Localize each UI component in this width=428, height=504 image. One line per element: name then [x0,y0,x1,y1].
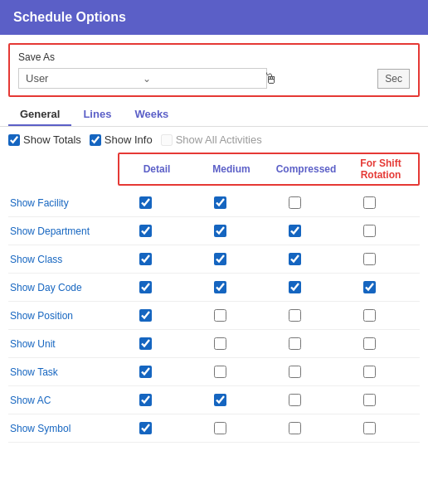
save-as-dropdown[interactable]: User ⌄ 🖱 [18,68,267,89]
checkbox-row8-col3[interactable] [363,422,376,434]
row-cells [108,196,420,209]
table-row: Show Department [8,217,420,245]
checkbox-row7-col3[interactable] [363,394,376,406]
checkbox-row4-col1[interactable] [214,309,226,322]
checkbox-row2-col0[interactable] [139,253,152,265]
table-cell [257,253,332,265]
checkbox-row6-col0[interactable] [139,366,152,378]
table-cell [182,196,257,209]
row-label: Show Task [8,366,108,378]
checkbox-row8-col0[interactable] [139,422,152,434]
checkbox-row8-col1[interactable] [214,422,226,434]
show-totals-checkbox-label[interactable]: Show Totals [8,133,81,146]
checkbox-row0-col3[interactable] [363,196,376,209]
checkbox-row5-col3[interactable] [363,337,376,350]
checkbox-row5-col1[interactable] [214,337,226,350]
checkbox-row1-col3[interactable] [363,225,376,237]
table-row: Show AC [8,386,420,414]
table-cell [332,281,406,293]
row-label: Show Day Code [8,282,108,293]
show-info-checkbox-label[interactable]: Show Info [90,133,153,146]
save-as-value: User [26,72,143,85]
show-options-row: Show Totals Show Info Show All Activitie… [0,127,428,153]
checkbox-row4-col0[interactable] [139,309,152,322]
checkbox-row2-col2[interactable] [289,253,301,265]
checkbox-row7-col1[interactable] [214,394,226,406]
show-totals-label: Show Totals [23,133,81,146]
table-cell [182,225,257,237]
sec-button[interactable]: Sec [377,69,410,89]
table-row: Show Facility [8,189,420,217]
show-info-checkbox[interactable] [90,134,101,146]
row-label: Show Symbol [8,423,108,434]
table-cell [257,196,332,209]
row-label: Show Unit [8,338,108,350]
table-row: Show Day Code [8,274,420,302]
checkbox-row2-col1[interactable] [214,253,226,265]
checkbox-row4-col2[interactable] [289,309,301,322]
checkbox-row5-col2[interactable] [289,337,301,350]
col-header-compressed: Compressed [269,160,343,178]
table-cell [332,366,406,378]
checkbox-row0-col1[interactable] [214,196,226,209]
checkbox-row0-col2[interactable] [289,196,301,209]
checkbox-row3-col2[interactable] [289,281,301,293]
table-cell [257,309,332,322]
table-cell [182,253,257,265]
row-cells [108,422,420,434]
checkbox-row6-col3[interactable] [363,366,376,378]
save-as-label: Save As [18,51,410,63]
table-cell [257,422,332,434]
table-cell [332,225,406,237]
checkbox-row2-col3[interactable] [363,253,376,265]
checkbox-row1-col1[interactable] [214,225,226,237]
row-label: Show Class [8,254,108,265]
row-cells [108,394,420,406]
tab-general[interactable]: General [8,104,71,126]
table-cell [332,422,406,434]
table-cell [182,394,257,406]
table-cell [182,281,257,293]
checkbox-row8-col2[interactable] [289,422,301,434]
checkbox-row6-col2[interactable] [289,366,301,378]
show-totals-checkbox[interactable] [8,134,20,146]
tab-weeks[interactable]: Weeks [123,104,180,126]
table-cell [182,366,257,378]
checkbox-row0-col0[interactable] [139,196,152,209]
table-cell [108,394,182,406]
checkbox-row3-col3[interactable] [363,281,376,293]
checkbox-row3-col0[interactable] [139,281,152,293]
checkbox-row4-col3[interactable] [363,309,376,322]
row-cells [108,337,420,350]
table-cell [257,394,332,406]
checkbox-row6-col1[interactable] [214,366,226,378]
row-label: Show Position [8,310,108,322]
table-cell [332,196,406,209]
checkbox-row7-col0[interactable] [139,394,152,406]
table-row: Show Position [8,302,420,330]
table-cell [108,366,182,378]
header-title: Schedule Options [13,10,126,24]
table-row: Show Task [8,358,420,386]
row-label: Show AC [8,395,108,406]
table-cell [108,337,182,350]
table-cell [257,337,332,350]
table-cell [108,309,182,322]
table-cell [108,281,182,293]
checkbox-row1-col2[interactable] [289,225,301,237]
chevron-down-icon: ⌄ [143,73,260,85]
checkbox-row7-col2[interactable] [289,394,301,406]
show-all-activities-checkbox-label[interactable]: Show All Activities [161,133,262,146]
row-cells [108,309,420,322]
col-header-medium: Medium [194,160,269,178]
table-cell [182,309,257,322]
tab-lines[interactable]: Lines [71,104,123,126]
checkbox-row3-col1[interactable] [214,281,226,293]
checkbox-row5-col0[interactable] [139,337,152,350]
save-as-section: Save As User ⌄ 🖱 Sec [8,43,420,97]
table-cell [332,337,406,350]
table-row: Show Symbol [8,414,420,443]
cursor-icon: 🖱 [264,70,279,88]
checkbox-row1-col0[interactable] [139,225,152,237]
row-label: Show Department [8,225,108,237]
